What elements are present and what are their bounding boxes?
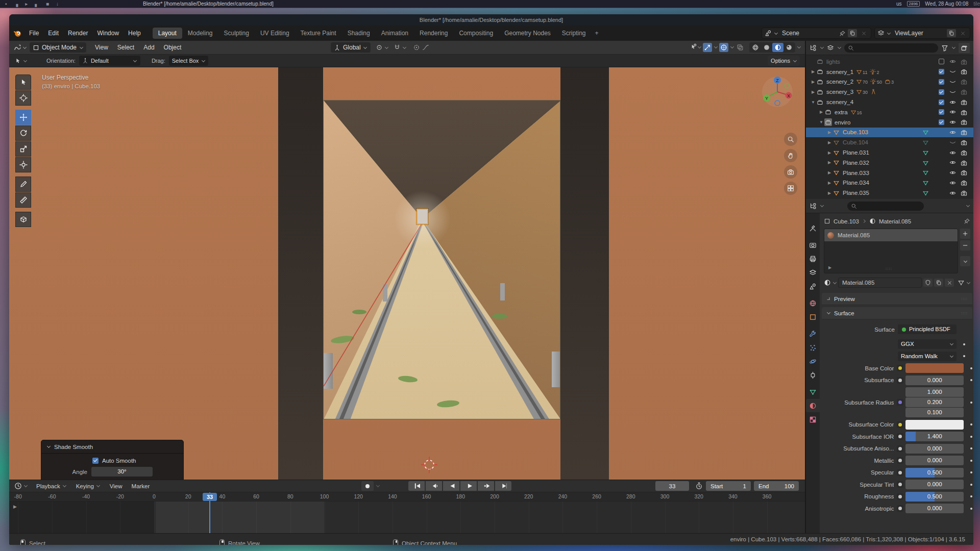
snap-magnet-icon[interactable]	[394, 44, 401, 51]
scene-selector[interactable]: Scene	[762, 28, 871, 39]
exclude-checkbox[interactable]	[939, 59, 944, 64]
props-tab-data[interactable]	[806, 385, 820, 398]
decorator-dot[interactable]	[970, 367, 972, 369]
value-slider[interactable]: 0.000	[905, 504, 964, 513]
keyboard-layout-indicator[interactable]: us	[896, 1, 902, 7]
options-button[interactable]: Options	[768, 56, 800, 66]
hide-viewport-toggle[interactable]	[947, 180, 958, 186]
expand-arrow-icon[interactable]: ▶	[826, 170, 832, 175]
vector-field[interactable]: 1.0000.2000.100	[905, 387, 964, 417]
properties-editor-icon[interactable]	[810, 203, 817, 210]
exclude-checkbox[interactable]	[939, 109, 944, 115]
timeline-editor-icon[interactable]	[14, 482, 22, 490]
remove-slot-button[interactable]	[960, 240, 970, 251]
props-tab-texture[interactable]	[806, 413, 820, 426]
viewport-menu-view[interactable]: View	[90, 42, 113, 53]
exclude-checkbox[interactable]	[939, 119, 944, 125]
jump-start-button[interactable]	[408, 481, 425, 491]
disable-render-toggle[interactable]	[958, 98, 969, 105]
decorator-dot[interactable]	[970, 447, 972, 449]
props-tab-modifiers[interactable]	[806, 327, 820, 340]
props-tab-constraints[interactable]	[806, 368, 820, 382]
navigation-gizmo[interactable]: Z Y X	[761, 74, 794, 108]
copy-material-button[interactable]	[934, 279, 943, 287]
breadcrumb-material[interactable]: Material.085	[879, 218, 911, 224]
new-viewlayer-button[interactable]	[947, 29, 956, 37]
display-mode-icon[interactable]	[810, 44, 817, 52]
material-name-field[interactable]: Material.085	[838, 278, 922, 288]
tray-icon[interactable]: ▪	[5, 1, 7, 7]
tab-compositing[interactable]: Compositing	[453, 28, 499, 39]
timeline-menu-playback[interactable]: Playback	[32, 482, 71, 491]
expand-arrow-icon[interactable]: ▶	[810, 90, 816, 94]
props-tab-object[interactable]	[806, 310, 820, 323]
exclude-checkbox[interactable]	[939, 99, 944, 105]
hide-viewport-toggle[interactable]	[947, 139, 958, 146]
expand-arrow-icon[interactable]: ▶	[826, 130, 832, 135]
shading-solid-button[interactable]	[761, 43, 772, 53]
disable-render-toggle[interactable]	[958, 190, 969, 196]
hide-viewport-toggle[interactable]	[947, 58, 958, 65]
auto-smooth-checkbox[interactable]	[92, 458, 99, 464]
expand-arrow-icon[interactable]: ▶	[826, 160, 832, 165]
frame-start-field[interactable]: Start1	[706, 481, 751, 491]
tray-icon[interactable]: ▗	[14, 1, 18, 7]
material-slot-row[interactable]: Material.085	[824, 229, 958, 241]
expand-arrow-icon[interactable]: ▶	[818, 110, 824, 114]
viewlayer-selector[interactable]: ViewLayer	[874, 28, 970, 39]
tool-add-cube[interactable]	[15, 212, 31, 227]
channel-expander[interactable]: ▶	[13, 504, 17, 509]
outliner-row[interactable]: ▶Plane.034	[806, 178, 973, 188]
socket-icon[interactable]	[897, 445, 903, 452]
distribution-dropdown[interactable]: GGX	[898, 339, 957, 349]
socket-icon[interactable]	[897, 469, 903, 476]
hide-viewport-toggle[interactable]	[947, 68, 958, 75]
node-tree-icon[interactable]	[958, 279, 965, 286]
tab-animation[interactable]: Animation	[376, 28, 414, 39]
subsurface-method-dropdown[interactable]: Random Walk	[898, 352, 957, 361]
hide-viewport-toggle[interactable]	[947, 119, 958, 126]
socket-icon[interactable]	[897, 457, 903, 464]
exclude-checkbox[interactable]	[939, 89, 944, 95]
camera-view-button[interactable]	[784, 165, 797, 179]
outliner-row[interactable]: ▶Cube.103	[806, 128, 973, 138]
tool-rotate[interactable]	[15, 126, 31, 141]
props-tab-output[interactable]	[806, 252, 820, 265]
props-tab-world[interactable]	[806, 296, 820, 310]
hide-viewport-toggle[interactable]	[947, 149, 958, 156]
tab-layout[interactable]: Layout	[153, 28, 182, 39]
outliner-row[interactable]: lights	[806, 57, 973, 67]
orientation-setting-dropdown[interactable]: Default	[79, 56, 140, 66]
outliner-row[interactable]: ▶Plane.031	[806, 147, 973, 158]
xray-toggle[interactable]	[736, 43, 745, 53]
shading-wireframe-button[interactable]	[750, 43, 761, 53]
socket-icon[interactable]	[897, 421, 903, 428]
shading-rendered-button[interactable]	[783, 43, 795, 53]
tab-sculpting[interactable]: Sculpting	[218, 28, 255, 39]
disable-render-toggle[interactable]	[958, 119, 969, 126]
properties-search-input[interactable]	[847, 202, 924, 211]
disable-render-toggle[interactable]	[958, 109, 969, 115]
value-slider[interactable]: 0.000	[905, 456, 964, 465]
socket-icon[interactable]	[897, 377, 903, 384]
expand-arrow-icon[interactable]: ▼	[818, 120, 824, 124]
disable-render-toggle[interactable]	[958, 79, 969, 85]
proportional-editing-icon[interactable]	[413, 44, 420, 51]
value-slider[interactable]: 0.000	[905, 444, 964, 454]
outliner-row[interactable]: ▶Plane.033	[806, 168, 973, 178]
play-button[interactable]	[460, 481, 477, 491]
falloff-curve-icon[interactable]	[422, 44, 429, 51]
props-tab-view-layer[interactable]	[806, 266, 820, 279]
tool-move[interactable]	[15, 110, 31, 125]
tool-transform[interactable]	[15, 157, 31, 172]
hide-viewport-toggle[interactable]	[947, 129, 958, 136]
tool-scale[interactable]	[15, 141, 31, 157]
socket-icon[interactable]	[897, 433, 903, 440]
decorator-dot[interactable]	[970, 495, 972, 497]
color-swatch[interactable]	[905, 420, 964, 430]
viewport-menu-select[interactable]: Select	[113, 42, 139, 53]
drag-dropdown[interactable]: Select Box	[169, 56, 209, 66]
add-workspace-button[interactable]: +	[592, 28, 602, 39]
tool-measure[interactable]	[15, 192, 31, 208]
timeline-channels[interactable]: ▶	[9, 502, 805, 534]
